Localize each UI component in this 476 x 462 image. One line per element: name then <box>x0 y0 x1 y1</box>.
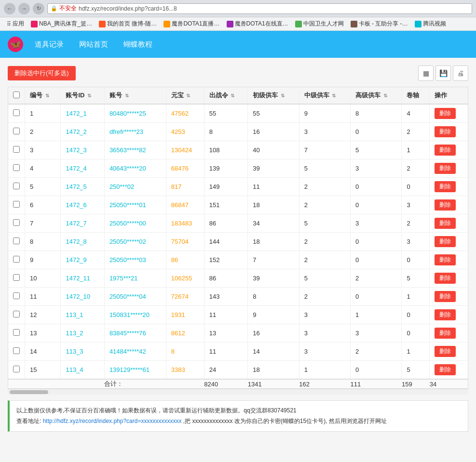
sort-id-icon[interactable]: ⇅ <box>45 93 49 98</box>
bookmark-kaban[interactable]: 卡板 - 互助分享 -… <box>348 19 411 29</box>
print-button[interactable]: 🖨 <box>453 66 468 81</box>
row-chuzhan-10: 143 <box>204 288 247 306</box>
row-yuanbao-1: 4253 <box>166 123 204 141</box>
sort-chuzhan-icon[interactable]: ⇅ <box>231 93 234 98</box>
row-zhongji-3: 5 <box>299 159 350 178</box>
delete-row-button-2[interactable]: 删除 <box>435 145 456 156</box>
row-select-7[interactable] <box>13 238 20 244</box>
delete-row-button-7[interactable]: 删除 <box>435 236 456 247</box>
reload-button[interactable]: ↻ <box>33 3 44 14</box>
row-accountid-3: 1472_4 <box>61 159 104 178</box>
bookmark-health[interactable]: 中国卫生人才网 <box>292 19 347 29</box>
delete-row-button-1[interactable]: 删除 <box>435 126 456 137</box>
row-select-2[interactable] <box>13 146 20 153</box>
row-select-9[interactable] <box>13 274 20 281</box>
nav-home[interactable]: 网站首页 <box>75 38 112 51</box>
table-container: 编号 ⇅ 账号ID ⇅ 账号 ⇅ 元宝 ⇅ 出战令 ⇅ 初级供车 ⇅ 中级供车 … <box>8 87 468 395</box>
sort-yuanbao-icon[interactable]: ⇅ <box>186 93 190 98</box>
row-chuzhan-6: 86 <box>204 214 247 233</box>
row-select-0[interactable] <box>13 109 20 116</box>
sort-accountid-icon[interactable]: ⇅ <box>87 93 91 98</box>
row-select-1[interactable] <box>13 128 20 134</box>
row-chuji-6: 34 <box>248 214 299 233</box>
table-row: 14 113_3 41484*****42 8 11 14 3 2 1 删除 <box>8 343 468 361</box>
row-select-11[interactable] <box>13 311 20 317</box>
delete-row-button-9[interactable]: 删除 <box>435 273 456 284</box>
totals-label: 合计： <box>104 379 166 388</box>
row-account-14: 139129*****61 <box>104 361 166 380</box>
row-accountid-14: 113_4 <box>61 361 104 380</box>
row-select-12[interactable] <box>13 329 20 336</box>
sort-account-icon[interactable]: ⇅ <box>125 93 129 98</box>
row-juanzhou-9: 5 <box>402 269 430 288</box>
row-select-3[interactable] <box>13 164 20 171</box>
delete-row-button-12[interactable]: 删除 <box>435 328 456 339</box>
scroll-thumb[interactable] <box>10 390 48 394</box>
table-body: 1 1472_1 80480*****25 47562 55 55 9 8 4 … <box>8 104 468 379</box>
delete-row-button-4[interactable]: 删除 <box>435 181 456 192</box>
sort-gaoji-icon[interactable]: ⇅ <box>383 93 387 98</box>
delete-row-button-14[interactable]: 删除 <box>435 364 456 375</box>
row-account-7: 25050*****02 <box>104 233 166 251</box>
row-select-6[interactable] <box>13 219 20 226</box>
row-chuzhan-12: 13 <box>204 324 247 343</box>
row-account-10: 25050*****04 <box>104 288 166 306</box>
delete-row-button-6[interactable]: 删除 <box>435 218 456 229</box>
delete-row-button-10[interactable]: 删除 <box>435 291 456 302</box>
sort-chuji-icon[interactable]: ⇅ <box>281 93 285 98</box>
footer-note2-url[interactable]: http://hdfz.xyz/record/index.php?card=xx… <box>43 418 182 424</box>
delete-row-button-13[interactable]: 删除 <box>435 346 456 357</box>
row-chuzhan-2: 108 <box>204 141 247 159</box>
bookmark-dota1[interactable]: 魔兽DOTA1直播… <box>161 19 222 29</box>
row-select-13[interactable] <box>13 347 20 354</box>
row-select-8[interactable] <box>13 256 20 263</box>
horizontal-scrollbar[interactable] <box>8 389 468 395</box>
row-id-14: 15 <box>25 361 61 380</box>
delete-row-button-11[interactable]: 删除 <box>435 309 456 320</box>
row-chuzhan-0: 55 <box>204 104 247 123</box>
delete-selected-button[interactable]: 删除选中行(可多选) <box>8 66 76 80</box>
row-chuzhan-1: 8 <box>204 123 247 141</box>
row-chuzhan-9: 86 <box>204 269 247 288</box>
row-select-10[interactable] <box>13 292 20 299</box>
delete-row-button-8[interactable]: 删除 <box>435 254 456 265</box>
delete-row-button-5[interactable]: 删除 <box>435 199 456 211</box>
row-accountid-13: 113_3 <box>61 343 104 361</box>
row-account-11: 150831*****20 <box>104 306 166 324</box>
save-button[interactable]: 💾 <box>435 66 451 81</box>
row-checkbox-1 <box>8 123 25 141</box>
row-zhongji-11: 3 <box>299 306 350 324</box>
table-row: 11 1472_10 25050*****04 72674 143 8 2 0 … <box>8 288 468 306</box>
row-select-14[interactable] <box>13 366 20 372</box>
bookmark-apps[interactable]: ⠿ 应用 <box>4 19 27 29</box>
row-accountid-7: 1472_8 <box>61 233 104 251</box>
forward-button[interactable]: → <box>18 3 30 14</box>
delete-row-button-0[interactable]: 删除 <box>435 108 456 119</box>
grid-view-button[interactable]: ▦ <box>418 66 434 81</box>
row-chuzhan-4: 149 <box>204 178 247 196</box>
sort-zhongji-icon[interactable]: ⇅ <box>332 93 336 98</box>
row-select-4[interactable] <box>13 183 20 189</box>
row-accountid-12: 113_2 <box>61 324 104 343</box>
row-juanzhou-12: 0 <box>402 324 430 343</box>
row-zhongji-0: 9 <box>299 104 350 123</box>
row-yuanbao-10: 72674 <box>166 288 204 306</box>
back-button[interactable]: ← <box>4 3 15 14</box>
select-all-checkbox[interactable] <box>13 92 20 98</box>
delete-row-button-3[interactable]: 删除 <box>435 163 456 174</box>
nav-records[interactable]: 道具记录 <box>31 38 68 51</box>
row-select-5[interactable] <box>13 201 20 208</box>
row-zhongji-6: 5 <box>299 214 350 233</box>
row-account-3: 40643*****20 <box>104 159 166 178</box>
bookmark-weibo[interactable]: 我的首页 微博-随… <box>96 19 160 29</box>
row-juanzhou-11: 0 <box>402 306 430 324</box>
address-bar[interactable]: 🔒 不安全 hdfz.xyz/record/index.php?card=16.… <box>47 3 472 14</box>
nav-tutorial[interactable]: 蝴蝶教程 <box>120 38 156 51</box>
bookmark-tencent[interactable]: 腾讯视频 <box>412 19 449 29</box>
row-accountid-1: 1472_2 <box>61 123 104 141</box>
bookmark-dota2[interactable]: 魔兽DOTA1在线直… <box>224 19 291 29</box>
table-row: 3 1472_3 36563*****82 130424 108 40 7 5 … <box>8 141 468 159</box>
row-action-2: 删除 <box>430 141 468 159</box>
row-chuji-11: 9 <box>248 306 299 324</box>
bookmark-nba[interactable]: NBA_腾讯体育_篮… <box>28 19 95 29</box>
